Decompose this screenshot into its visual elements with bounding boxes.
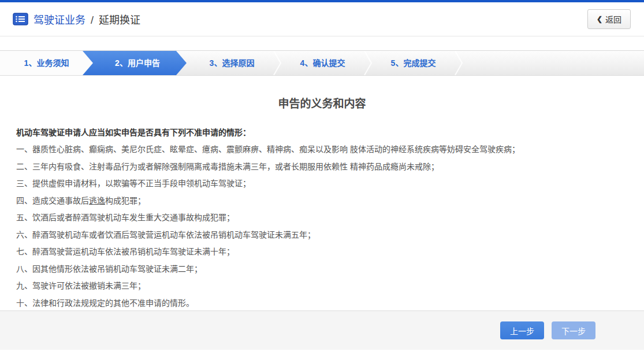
declaration-list-item: 八、因其他情形依法被吊销机动车驾驶证未满二年； <box>16 261 628 278</box>
step-label: 3、选择原因 <box>210 58 255 68</box>
declaration-list-item: 六、醉酒驾驶机动车或者饮酒后驾驶营运机动车依法被吊销机动车驾驶证未满五年； <box>16 227 628 244</box>
back-button[interactable]: ❮ 返回 <box>587 9 631 29</box>
step-label: 1、业务须知 <box>24 58 69 68</box>
breadcrumb-business: 驾驶证业务 <box>33 14 85 26</box>
main-content: 申告的义务和内容 机动车驾驶证申请人应当如实申告是否具有下列不准申请的情形： 一… <box>0 95 644 332</box>
declaration-list-item: 二、三年内有吸食、注射毒品行为或者解除强制隔离戒毒措施未满三年，或者长期服用依赖… <box>16 158 628 176</box>
step-separator-icon <box>454 51 463 75</box>
declaration-list-item: 四、造成交通事故后逃逸构成犯罪； <box>16 193 628 210</box>
previous-step-button[interactable]: 上一步 <box>500 321 544 339</box>
step-tab-3-reason[interactable]: 3、选择原因 <box>187 51 277 75</box>
declaration-list-item: 七、醉酒驾驶营运机动车依法被吊销机动车驾驶证未满十年； <box>16 243 628 261</box>
step-tab-1-notice[interactable]: 1、业务须知 <box>0 51 93 75</box>
declaration-list-item: 十、法律和行政法规规定的其他不准申请的情形。 <box>16 295 628 312</box>
page-title: 申告的义务和内容 <box>16 95 628 110</box>
footer-actions: 上一步 下一步 <box>0 310 644 350</box>
chevron-left-icon: ❮ <box>597 15 602 23</box>
back-button-label: 返回 <box>605 13 621 25</box>
declaration-list-item: 三、提供虚假申请材料，以欺骗等不正当手段申领机动车驾驶证； <box>16 175 628 193</box>
step-label: 5、完成提交 <box>391 58 436 68</box>
declaration-list: 一、器质性心脏病、癫痫病、美尼尔氏症、眩晕症、癔病、震颤麻痹、精神病、痴呆以及影… <box>16 141 628 312</box>
declaration-list-item: 一、器质性心脏病、癫痫病、美尼尔氏症、眩晕症、癔病、震颤麻痹、精神病、痴呆以及影… <box>16 141 628 158</box>
breadcrumb: 驾驶证业务 / 延期换证 <box>33 12 140 27</box>
next-step-button[interactable]: 下一步 <box>552 321 595 339</box>
breadcrumb-separator: / <box>91 14 94 26</box>
step-tab-4-confirm[interactable]: 4、确认提交 <box>277 51 368 75</box>
declaration-list-item: 九、驾驶许可依法被撤销未满三年； <box>16 278 628 295</box>
step-tab-5-complete[interactable]: 5、完成提交 <box>368 51 459 75</box>
breadcrumb-page: 延期换证 <box>99 14 140 26</box>
declaration-list-item: 五、饮酒后或者醉酒驾驶机动车发生重大交通事故构成犯罪； <box>16 209 628 227</box>
declaration-intro: 机动车驾驶证申请人应当如实申告是否具有下列不准申请的情形： <box>16 126 628 138</box>
list-icon <box>13 13 28 25</box>
step-label: 2、用户申告 <box>115 58 160 68</box>
header: 驾驶证业务 / 延期换证 ❮ 返回 <box>0 2 644 36</box>
step-tab-2-declaration[interactable]: 2、用户申告 <box>83 51 187 75</box>
step-wizard: 1、业务须知 2、用户申告 3、选择原因 4、确认提交 5、完成提交 <box>0 50 644 76</box>
step-label: 4、确认提交 <box>300 58 345 68</box>
